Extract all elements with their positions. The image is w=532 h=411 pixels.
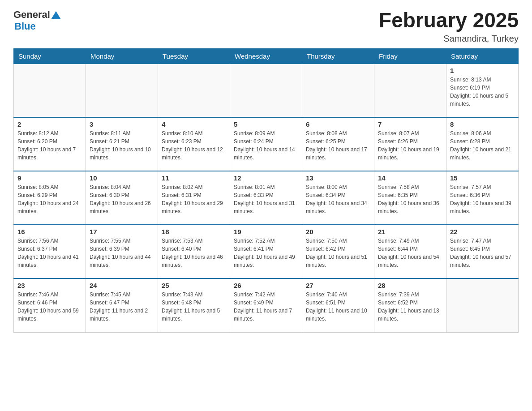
day-info: Sunrise: 7:56 AMSunset: 6:37 PMDaylight:… [17,237,82,269]
calendar-header-monday: Monday [86,48,158,64]
day-info: Sunrise: 7:50 AMSunset: 6:42 PMDaylight:… [306,237,370,269]
calendar-day-cell: 16Sunrise: 7:56 AMSunset: 6:37 PMDayligh… [14,225,86,278]
calendar-day-cell: 12Sunrise: 8:01 AMSunset: 6:33 PMDayligh… [230,171,302,225]
day-number: 28 [378,282,442,289]
calendar-day-cell: 6Sunrise: 8:08 AMSunset: 6:25 PMDaylight… [302,117,374,171]
day-number: 19 [234,228,298,235]
day-number: 7 [378,120,442,128]
month-year-title: February 2025 [379,9,519,32]
calendar-day-cell: 4Sunrise: 8:10 AMSunset: 6:23 PMDaylight… [158,117,230,171]
day-number: 11 [162,174,226,182]
calendar-header-wednesday: Wednesday [230,48,302,64]
calendar-day-cell: 25Sunrise: 7:43 AMSunset: 6:48 PMDayligh… [158,278,230,332]
calendar-table: SundayMondayTuesdayWednesdayThursdayFrid… [13,48,519,333]
calendar-day-cell: 20Sunrise: 7:50 AMSunset: 6:42 PMDayligh… [302,225,374,278]
calendar-day-cell [14,64,86,117]
calendar-day-cell: 9Sunrise: 8:05 AMSunset: 6:29 PMDaylight… [14,171,86,225]
calendar-week-row: 2Sunrise: 8:12 AMSunset: 6:20 PMDaylight… [14,117,519,171]
day-number: 20 [306,228,370,235]
calendar-day-cell: 18Sunrise: 7:53 AMSunset: 6:40 PMDayligh… [158,225,230,278]
day-info: Sunrise: 8:02 AMSunset: 6:31 PMDaylight:… [162,183,226,215]
day-number: 9 [17,174,82,182]
day-info: Sunrise: 7:46 AMSunset: 6:46 PMDaylight:… [17,291,82,323]
day-info: Sunrise: 7:58 AMSunset: 6:35 PMDaylight:… [378,183,442,215]
calendar-header-friday: Friday [374,48,446,64]
calendar-day-cell: 21Sunrise: 7:49 AMSunset: 6:44 PMDayligh… [374,225,446,278]
calendar-day-cell [158,64,230,117]
day-number: 25 [162,282,226,289]
day-info: Sunrise: 7:55 AMSunset: 6:39 PMDaylight:… [90,237,154,269]
day-info: Sunrise: 8:06 AMSunset: 6:28 PMDaylight:… [450,129,515,162]
day-number: 24 [90,282,154,289]
day-info: Sunrise: 8:09 AMSunset: 6:24 PMDaylight:… [234,129,298,162]
svg-marker-0 [51,11,61,19]
calendar-day-cell [446,278,519,332]
logo-general-text: General [13,9,50,21]
day-info: Sunrise: 8:12 AMSunset: 6:20 PMDaylight:… [17,129,82,162]
calendar-header-row: SundayMondayTuesdayWednesdayThursdayFrid… [14,48,519,64]
calendar-day-cell: 15Sunrise: 7:57 AMSunset: 6:36 PMDayligh… [446,171,519,225]
day-number: 26 [234,282,298,289]
day-info: Sunrise: 8:08 AMSunset: 6:25 PMDaylight:… [306,129,370,162]
day-info: Sunrise: 8:11 AMSunset: 6:21 PMDaylight:… [90,129,154,162]
calendar-day-cell: 24Sunrise: 7:45 AMSunset: 6:47 PMDayligh… [86,278,158,332]
calendar-day-cell: 11Sunrise: 8:02 AMSunset: 6:31 PMDayligh… [158,171,230,225]
day-number: 3 [90,120,154,128]
calendar-day-cell: 7Sunrise: 8:07 AMSunset: 6:26 PMDaylight… [374,117,446,171]
calendar-day-cell: 1Sunrise: 8:13 AMSunset: 6:19 PMDaylight… [446,64,519,117]
day-info: Sunrise: 8:13 AMSunset: 6:19 PMDaylight:… [450,76,515,108]
day-number: 12 [234,174,298,182]
calendar-header-thursday: Thursday [302,48,374,64]
day-number: 27 [306,282,370,289]
calendar-day-cell [230,64,302,117]
calendar-day-cell: 8Sunrise: 8:06 AMSunset: 6:28 PMDaylight… [446,117,519,171]
calendar-day-cell: 27Sunrise: 7:40 AMSunset: 6:51 PMDayligh… [302,278,374,332]
day-number: 14 [378,174,442,182]
calendar-week-row: 23Sunrise: 7:46 AMSunset: 6:46 PMDayligh… [14,278,519,332]
day-info: Sunrise: 8:07 AMSunset: 6:26 PMDaylight:… [378,129,442,162]
calendar-day-cell [374,64,446,117]
day-info: Sunrise: 7:49 AMSunset: 6:44 PMDaylight:… [378,237,442,269]
calendar-day-cell: 19Sunrise: 7:52 AMSunset: 6:41 PMDayligh… [230,225,302,278]
calendar-day-cell: 26Sunrise: 7:42 AMSunset: 6:49 PMDayligh… [230,278,302,332]
calendar-day-cell: 23Sunrise: 7:46 AMSunset: 6:46 PMDayligh… [14,278,86,332]
calendar-week-row: 16Sunrise: 7:56 AMSunset: 6:37 PMDayligh… [14,225,519,278]
location-subtitle: Samandira, Turkey [379,34,519,44]
calendar-header-sunday: Sunday [14,48,86,64]
page-header: General Blue February 2025 Samandira, Tu… [13,9,519,44]
calendar-day-cell: 28Sunrise: 7:39 AMSunset: 6:52 PMDayligh… [374,278,446,332]
day-number: 6 [306,120,370,128]
logo-blue-text: Blue [14,21,36,32]
day-info: Sunrise: 7:40 AMSunset: 6:51 PMDaylight:… [306,291,370,323]
title-area: February 2025 Samandira, Turkey [379,9,519,44]
day-info: Sunrise: 7:47 AMSunset: 6:45 PMDaylight:… [450,237,515,269]
day-number: 18 [162,228,226,235]
day-number: 13 [306,174,370,182]
calendar-day-cell: 22Sunrise: 7:47 AMSunset: 6:45 PMDayligh… [446,225,519,278]
day-info: Sunrise: 8:01 AMSunset: 6:33 PMDaylight:… [234,183,298,215]
day-info: Sunrise: 7:52 AMSunset: 6:41 PMDaylight:… [234,237,298,269]
day-info: Sunrise: 7:43 AMSunset: 6:48 PMDaylight:… [162,291,226,323]
day-info: Sunrise: 8:05 AMSunset: 6:29 PMDaylight:… [17,183,82,215]
day-info: Sunrise: 7:53 AMSunset: 6:40 PMDaylight:… [162,237,226,269]
calendar-header-tuesday: Tuesday [158,48,230,64]
calendar-day-cell: 5Sunrise: 8:09 AMSunset: 6:24 PMDaylight… [230,117,302,171]
calendar-day-cell: 13Sunrise: 8:00 AMSunset: 6:34 PMDayligh… [302,171,374,225]
day-number: 22 [450,228,515,235]
day-info: Sunrise: 8:00 AMSunset: 6:34 PMDaylight:… [306,183,370,215]
day-info: Sunrise: 7:42 AMSunset: 6:49 PMDaylight:… [234,291,298,323]
calendar-day-cell [302,64,374,117]
logo-triangle-icon [51,10,61,20]
day-info: Sunrise: 8:10 AMSunset: 6:23 PMDaylight:… [162,129,226,162]
calendar-header-saturday: Saturday [446,48,519,64]
calendar-week-row: 9Sunrise: 8:05 AMSunset: 6:29 PMDaylight… [14,171,519,225]
day-number: 8 [450,120,515,128]
day-info: Sunrise: 7:57 AMSunset: 6:36 PMDaylight:… [450,183,515,215]
day-number: 5 [234,120,298,128]
day-number: 17 [90,228,154,235]
day-number: 23 [17,282,82,289]
day-number: 10 [90,174,154,182]
day-info: Sunrise: 8:04 AMSunset: 6:30 PMDaylight:… [90,183,154,215]
calendar-week-row: 1Sunrise: 8:13 AMSunset: 6:19 PMDaylight… [14,64,519,117]
day-number: 4 [162,120,226,128]
